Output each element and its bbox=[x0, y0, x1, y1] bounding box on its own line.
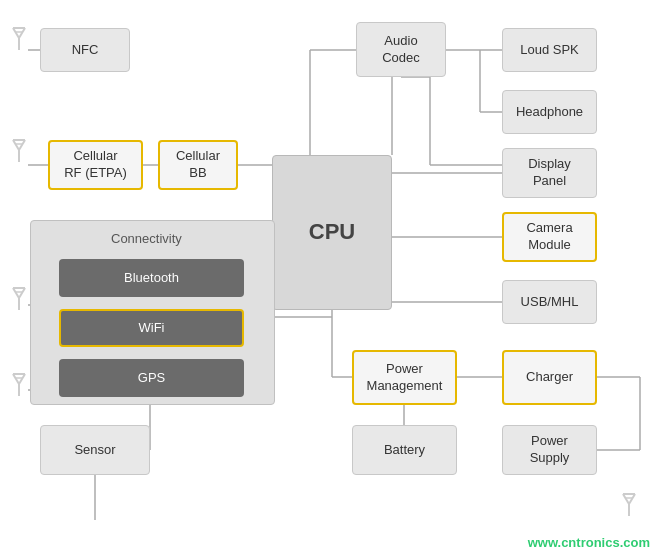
svg-line-53 bbox=[629, 494, 635, 504]
loud-spk-box: Loud SPK bbox=[502, 28, 597, 72]
display-panel-box: DisplayPanel bbox=[502, 148, 597, 198]
svg-line-48 bbox=[19, 374, 25, 384]
gps-label: GPS bbox=[138, 370, 165, 387]
svg-line-52 bbox=[623, 494, 629, 504]
usb-mhl-box: USB/MHL bbox=[502, 280, 597, 324]
display-panel-label: DisplayPanel bbox=[528, 156, 571, 190]
audio-codec-box: AudioCodec bbox=[356, 22, 446, 77]
audio-codec-label: AudioCodec bbox=[382, 33, 420, 67]
diagram: NFC AudioCodec Loud SPK Headphone Cellul… bbox=[0, 0, 660, 560]
charger-label: Charger bbox=[526, 369, 573, 386]
svg-line-47 bbox=[13, 374, 19, 384]
cellular-rf-label: CellularRF (ETPA) bbox=[64, 148, 127, 182]
sensor-box: Sensor bbox=[40, 425, 150, 475]
gps-box: GPS bbox=[59, 359, 244, 397]
camera-module-box: CameraModule bbox=[502, 212, 597, 262]
bluetooth-label: Bluetooth bbox=[124, 270, 179, 287]
svg-line-43 bbox=[19, 288, 25, 298]
antenna-cellular-icon bbox=[8, 134, 30, 164]
cpu-box: CPU bbox=[272, 155, 392, 310]
power-management-box: PowerManagement bbox=[352, 350, 457, 405]
watermark: www.cntronics.com bbox=[528, 535, 650, 550]
svg-line-38 bbox=[19, 140, 25, 150]
wifi-label: WiFi bbox=[139, 320, 165, 337]
svg-line-32 bbox=[13, 28, 19, 38]
antenna-wifi-icon bbox=[8, 282, 30, 312]
power-management-label: PowerManagement bbox=[367, 361, 443, 395]
cellular-rf-box: CellularRF (ETPA) bbox=[48, 140, 143, 190]
antenna-power-icon bbox=[618, 488, 640, 518]
svg-line-33 bbox=[19, 28, 25, 38]
antenna-gps-icon bbox=[8, 368, 30, 398]
usb-mhl-label: USB/MHL bbox=[521, 294, 579, 311]
sensor-label: Sensor bbox=[74, 442, 115, 459]
power-supply-box: PowerSupply bbox=[502, 425, 597, 475]
battery-label: Battery bbox=[384, 442, 425, 459]
connectivity-group-label: Connectivity bbox=[111, 231, 182, 246]
nfc-label: NFC bbox=[72, 42, 99, 59]
loud-spk-label: Loud SPK bbox=[520, 42, 579, 59]
headphone-label: Headphone bbox=[516, 104, 583, 121]
connectivity-group: Connectivity Bluetooth WiFi GPS bbox=[30, 220, 275, 405]
power-supply-label: PowerSupply bbox=[530, 433, 570, 467]
battery-box: Battery bbox=[352, 425, 457, 475]
bluetooth-box: Bluetooth bbox=[59, 259, 244, 297]
cpu-label: CPU bbox=[309, 218, 355, 247]
svg-line-42 bbox=[13, 288, 19, 298]
cellular-bb-label: CellularBB bbox=[176, 148, 220, 182]
headphone-box: Headphone bbox=[502, 90, 597, 134]
camera-module-label: CameraModule bbox=[526, 220, 572, 254]
antenna-nfc-icon bbox=[8, 22, 30, 52]
svg-line-37 bbox=[13, 140, 19, 150]
wifi-box: WiFi bbox=[59, 309, 244, 347]
cellular-bb-box: CellularBB bbox=[158, 140, 238, 190]
charger-box: Charger bbox=[502, 350, 597, 405]
nfc-box: NFC bbox=[40, 28, 130, 72]
